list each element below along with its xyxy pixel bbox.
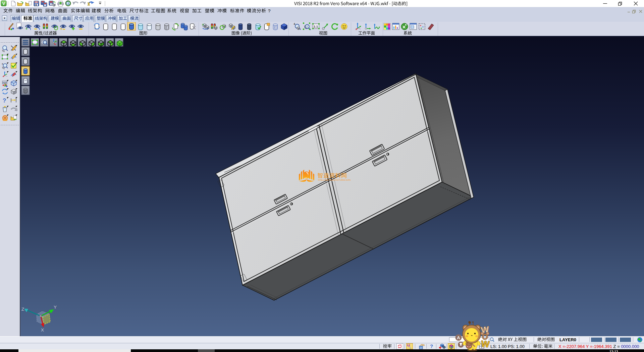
svg-text:Z: Z <box>21 307 24 312</box>
svg-text:Y: Y <box>54 305 57 310</box>
svg-text:V: V <box>2 1 5 6</box>
svg-text:?: ? <box>3 97 6 104</box>
svg-text:INTELLIGENT MANUFACTURING DATA: INTELLIGENT MANUFACTURING DATA <box>318 179 351 181</box>
svg-text:1:1: 1:1 <box>314 25 318 28</box>
svg-text:A: A <box>457 335 460 340</box>
svg-text:+: + <box>25 27 28 31</box>
svg-text:W: W <box>481 339 490 349</box>
svg-text:+: + <box>60 27 62 31</box>
svg-text:+: + <box>293 22 296 26</box>
svg-text:X: X <box>41 327 44 333</box>
svg-text:+: + <box>202 23 204 27</box>
